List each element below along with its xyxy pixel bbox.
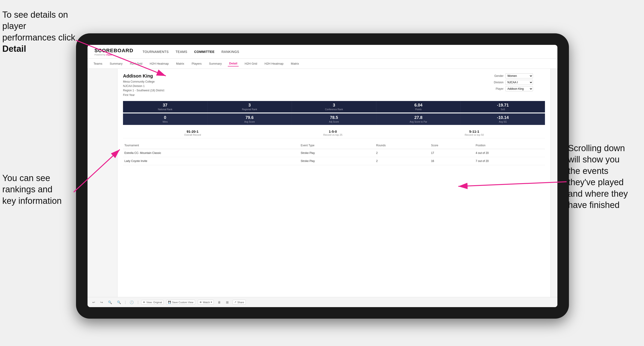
division-label: Division — [490, 81, 504, 84]
player-region: Region 1 - Southwest (18) District — [123, 88, 164, 93]
tab-matrix2[interactable]: Matrix — [290, 61, 300, 66]
tournament-table: Tournament Event Type Rounds Score Posit… — [123, 142, 545, 165]
col-score: Score — [430, 142, 474, 149]
stat-avg-score: 79.6 Avg Score — [208, 113, 292, 125]
stats-row1: 37 National Rank 3 Regional Rank 3 Confe… — [123, 101, 545, 113]
logo-scoreboard: SCOREBOARD — [94, 48, 133, 54]
tournament-name-1: Estrella CC- Mountain Classic — [123, 149, 299, 157]
nav-committee[interactable]: COMMITTEE — [194, 49, 215, 54]
nav-rankings[interactable]: RANKINGS — [222, 49, 239, 54]
content-area: Addison King Mesa Community College NJCA… — [118, 69, 550, 297]
position-2: 7 out of 20 — [474, 157, 545, 165]
division-filter-row: Division NJCAA I — [490, 80, 545, 85]
right-sidebar — [550, 69, 558, 297]
eye-icon: 👁 — [143, 301, 145, 304]
event-type-1: Stroke Play — [299, 149, 375, 157]
rounds-2: 2 — [375, 157, 430, 165]
stats-row2: 0 Wins 79.6 Avg Score 78.5 Adj Score 27.… — [123, 113, 545, 125]
gender-select[interactable]: Women — [505, 73, 533, 78]
table-row: Estrella CC- Mountain Classic Stroke Pla… — [123, 149, 545, 157]
col-tournament: Tournament — [123, 142, 299, 149]
tab-h2h-grid[interactable]: H2H Grid — [128, 61, 144, 66]
stat-sos: -19.71 SoS — [461, 101, 545, 113]
col-rounds: Rounds — [375, 142, 430, 149]
tab-h2h-heatmap2[interactable]: H2H Heatmap — [263, 61, 285, 66]
records-row: 91-20-1 Overall Record 1-5-0 Record vs t… — [123, 128, 545, 138]
annotation-top-left: To see details on player performances cl… — [2, 9, 80, 55]
record-top25: 1-5-0 Record vs top 25 — [324, 130, 342, 136]
player-filters: Gender Women Division NJCAA I — [490, 73, 545, 91]
table-row: Lady Coyote Invite Stroke Play 2 16 7 ou… — [123, 157, 545, 165]
rounds-1: 2 — [375, 149, 430, 157]
undo-icon[interactable]: ↩ — [91, 300, 96, 305]
annotation-bottom-left: You can see rankings and key information — [2, 173, 76, 207]
event-type-2: Stroke Play — [299, 157, 375, 165]
score-1: 17 — [430, 149, 474, 157]
player-select[interactable]: Addison King — [505, 86, 533, 91]
col-position: Position — [474, 142, 545, 149]
nav-tournaments[interactable]: TOURNAMENTS — [142, 49, 168, 54]
logo-powered: Powered by clippd — [94, 54, 133, 56]
position-1: 4 out of 20 — [474, 149, 545, 157]
stat-points: 6.04 Points — [376, 101, 461, 113]
logo-area: SCOREBOARD Powered by clippd — [94, 48, 133, 56]
redo-icon[interactable]: ↪ — [99, 300, 104, 305]
col-event-type: Event Type — [299, 142, 375, 149]
stat-national-rank: 37 National Rank — [123, 101, 208, 113]
stat-conference-rank: 3 Conference Rank — [292, 101, 376, 113]
player-year: First Year — [123, 93, 164, 97]
share-icon: ↗ — [234, 301, 236, 304]
player-name: Addison King — [123, 73, 164, 79]
annotation-right: Scrolling down will show you the events … — [568, 143, 642, 211]
tab-teams[interactable]: Teams — [92, 61, 104, 66]
record-overall: 91-20-1 Overall Record — [184, 130, 201, 136]
player-division: NJCAA Division 1 — [123, 84, 164, 88]
player-header: Addison King Mesa Community College NJCA… — [123, 73, 545, 97]
stat-adj-score: 78.5 Adj Score — [292, 113, 376, 125]
tab-detail[interactable]: Detail — [228, 61, 238, 66]
division-select[interactable]: NJCAA I — [505, 80, 533, 85]
tablet-frame: SCOREBOARD Powered by clippd TOURNAMENTS… — [76, 33, 569, 319]
tab-summary[interactable]: Summary — [108, 61, 124, 66]
tab-h2h-heatmap[interactable]: H2H Heatmap — [148, 61, 170, 66]
stat-regional-rank: 3 Regional Rank — [208, 101, 292, 113]
tab-matrix[interactable]: Matrix — [174, 61, 186, 66]
save-custom-button[interactable]: 💾 Save Custom View — [166, 300, 195, 305]
top-nav: SCOREBOARD Powered by clippd TOURNAMENTS… — [88, 45, 558, 59]
sub-nav: Teams Summary H2H Grid H2H Heatmap Matri… — [88, 59, 558, 69]
share-button[interactable]: ↗ Share — [233, 300, 246, 305]
score-2: 16 — [430, 157, 474, 165]
gender-filter-row: Gender Women — [490, 73, 545, 78]
player-info: Addison King Mesa Community College NJCA… — [123, 73, 164, 97]
zoom-out-icon[interactable]: 🔍 — [107, 300, 113, 305]
record-top50: 5-11-1 Record vs top 50 — [464, 130, 484, 136]
zoom-in-icon[interactable]: 🔍 — [116, 300, 122, 305]
main-content: Addison King Mesa Community College NJCA… — [88, 69, 558, 297]
bottom-toolbar: ↩ ↪ 🔍 🔍 | 🕐 | 👁 View: Original 💾 Save Cu… — [88, 297, 558, 307]
player-filter-row: Player Addison King — [490, 86, 545, 91]
watch-button[interactable]: 👁 Watch ▾ — [198, 300, 214, 305]
top-nav-items: TOURNAMENTS TEAMS COMMITTEE RANKINGS — [142, 49, 239, 54]
tablet-screen: SCOREBOARD Powered by clippd TOURNAMENTS… — [88, 45, 558, 307]
tab-players[interactable]: Players — [190, 61, 203, 66]
gender-label: Gender — [490, 74, 504, 78]
nav-teams[interactable]: TEAMS — [176, 49, 187, 54]
tab-summary2[interactable]: Summary — [208, 61, 223, 66]
grid-icon[interactable]: ⊞ — [225, 300, 230, 305]
stat-avg-sg: -10.14 Avg SG — [461, 113, 545, 125]
save-icon: 💾 — [168, 301, 171, 304]
player-college: Mesa Community College — [123, 80, 164, 84]
player-label: Player — [490, 87, 504, 90]
watch-icon: 👁 — [200, 301, 202, 304]
stat-avg-score-par: 27.8 Avg Score to Par — [376, 113, 461, 125]
tournament-name-2: Lady Coyote Invite — [123, 157, 299, 165]
clock-icon[interactable]: 🕐 — [128, 300, 135, 305]
left-sidebar — [88, 69, 118, 297]
device-icon[interactable]: 🖥 — [216, 300, 222, 305]
stat-wins: 0 Wins — [123, 113, 208, 125]
tab-h2h-grid2[interactable]: H2H Grid — [243, 61, 258, 66]
view-original-button[interactable]: 👁 View: Original — [141, 300, 164, 305]
